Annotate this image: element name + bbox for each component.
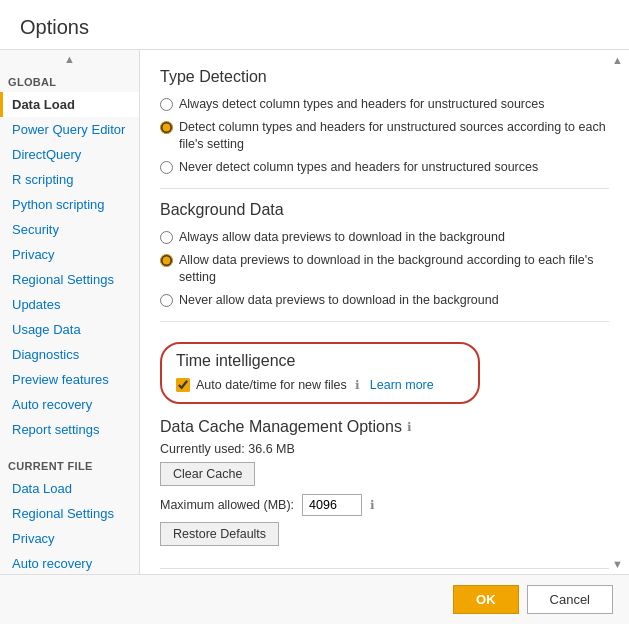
main-scroll-up[interactable]: ▲ xyxy=(612,54,623,66)
auto-datetime-label: Auto date/time for new files xyxy=(196,378,347,392)
type-detection-label-1: Always detect column types and headers f… xyxy=(179,96,544,114)
background-data-options: Always allow data previews to download i… xyxy=(160,229,609,309)
sidebar-item-power-query-editor[interactable]: Power Query Editor xyxy=(0,117,139,142)
clear-cache-button[interactable]: Clear Cache xyxy=(160,462,255,486)
data-cache-title: Data Cache Management Options ℹ xyxy=(160,418,609,436)
auto-datetime-row: Auto date/time for new files ℹ Learn mor… xyxy=(176,378,464,392)
background-data-option-1: Always allow data previews to download i… xyxy=(160,229,609,247)
ok-button[interactable]: OK xyxy=(453,585,519,614)
background-data-option-3: Never allow data previews to download in… xyxy=(160,292,609,310)
background-data-radio-3[interactable] xyxy=(160,294,173,307)
background-data-option-2: Allow data previews to download in the b… xyxy=(160,252,609,287)
type-detection-option-3: Never detect column types and headers fo… xyxy=(160,159,609,177)
sidebar-item-cf-privacy[interactable]: Privacy xyxy=(0,526,139,551)
sidebar-item-r-scripting[interactable]: R scripting xyxy=(0,167,139,192)
type-detection-title: Type Detection xyxy=(160,68,609,86)
type-detection-radio-3[interactable] xyxy=(160,161,173,174)
cancel-button[interactable]: Cancel xyxy=(527,585,613,614)
sidebar-item-usage-data[interactable]: Usage Data xyxy=(0,317,139,342)
sidebar-item-data-load[interactable]: Data Load xyxy=(0,92,139,117)
background-data-radio-1[interactable] xyxy=(160,231,173,244)
type-detection-option-1: Always detect column types and headers f… xyxy=(160,96,609,114)
sidebar-item-cf-auto-recovery[interactable]: Auto recovery xyxy=(0,551,139,574)
max-allowed-row: Maximum allowed (MB): ℹ xyxy=(160,494,609,516)
type-detection-radio-1[interactable] xyxy=(160,98,173,111)
learn-more-link[interactable]: Learn more xyxy=(370,378,434,392)
max-allowed-input[interactable] xyxy=(302,494,362,516)
dialog-body: ▲ GLOBAL Data Load Power Query Editor Di… xyxy=(0,49,629,574)
type-detection-options: Always detect column types and headers f… xyxy=(160,96,609,176)
type-detection-radio-2[interactable] xyxy=(160,121,173,134)
max-allowed-info-icon: ℹ xyxy=(370,498,375,512)
current-file-section-label: CURRENT FILE xyxy=(0,452,139,476)
global-section-label: GLOBAL xyxy=(0,68,139,92)
sidebar-item-regional-settings[interactable]: Regional Settings xyxy=(0,267,139,292)
data-cache-used: Currently used: 36.6 MB xyxy=(160,442,609,456)
sidebar-item-diagnostics[interactable]: Diagnostics xyxy=(0,342,139,367)
restore-defaults-button[interactable]: Restore Defaults xyxy=(160,522,279,546)
dialog-title: Options xyxy=(0,0,629,49)
sidebar-item-directquery[interactable]: DirectQuery xyxy=(0,142,139,167)
main-content: ▲ Type Detection Always detect column ty… xyxy=(140,50,629,574)
sidebar-item-updates[interactable]: Updates xyxy=(0,292,139,317)
background-data-title: Background Data xyxy=(160,201,609,219)
sidebar: ▲ GLOBAL Data Load Power Query Editor Di… xyxy=(0,50,140,574)
options-dialog: Options ▲ GLOBAL Data Load Power Query E… xyxy=(0,0,629,624)
auto-datetime-checkbox[interactable] xyxy=(176,378,190,392)
sidebar-item-privacy[interactable]: Privacy xyxy=(0,242,139,267)
sidebar-item-auto-recovery[interactable]: Auto recovery xyxy=(0,392,139,417)
sidebar-item-preview-features[interactable]: Preview features xyxy=(0,367,139,392)
background-data-label-1: Always allow data previews to download i… xyxy=(179,229,505,247)
sidebar-item-cf-regional-settings[interactable]: Regional Settings xyxy=(0,501,139,526)
time-intelligence-box: Time intelligence Auto date/time for new… xyxy=(160,342,480,404)
sidebar-item-cf-data-load[interactable]: Data Load xyxy=(0,476,139,501)
type-detection-option-2: Detect column types and headers for unst… xyxy=(160,119,609,154)
main-scroll-down[interactable]: ▼ xyxy=(612,558,623,570)
background-data-label-3: Never allow data previews to download in… xyxy=(179,292,499,310)
sidebar-item-security[interactable]: Security xyxy=(0,217,139,242)
time-intelligence-title: Time intelligence xyxy=(176,352,464,370)
data-cache-section: Data Cache Management Options ℹ Currentl… xyxy=(160,418,609,554)
sidebar-scroll-up[interactable]: ▲ xyxy=(0,50,139,68)
sidebar-item-report-settings[interactable]: Report settings xyxy=(0,417,139,442)
type-detection-label-3: Never detect column types and headers fo… xyxy=(179,159,538,177)
type-detection-label-2: Detect column types and headers for unst… xyxy=(179,119,609,154)
dialog-footer: OK Cancel xyxy=(0,574,629,624)
auto-datetime-info-icon: ℹ xyxy=(355,378,360,392)
data-cache-info-icon: ℹ xyxy=(407,420,412,434)
sidebar-item-python-scripting[interactable]: Python scripting xyxy=(0,192,139,217)
background-data-label-2: Allow data previews to download in the b… xyxy=(179,252,609,287)
background-data-radio-2[interactable] xyxy=(160,254,173,267)
